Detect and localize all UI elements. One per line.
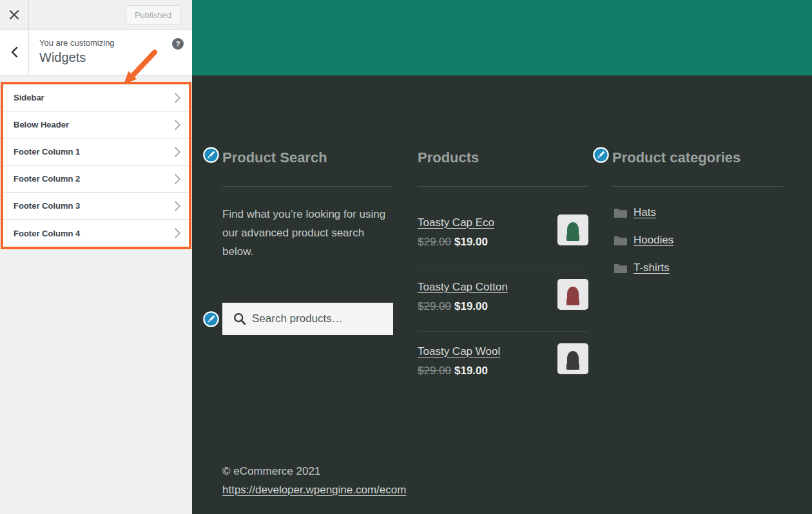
edit-product-search-button[interactable] <box>203 147 219 163</box>
category-link[interactable]: T-shirts <box>633 262 670 274</box>
folder-icon <box>614 263 627 273</box>
category-list: Hats Hoodies T-shirts <box>612 205 783 276</box>
sale-price: $19.00 <box>454 236 488 248</box>
chevron-right-icon <box>173 173 181 185</box>
product-thumbnail[interactable] <box>557 279 588 310</box>
product-search-title: Product Search <box>222 148 393 187</box>
chevron-right-icon <box>173 146 181 158</box>
beanie-cap-image <box>564 285 582 307</box>
regular-price: $29.00 <box>418 365 451 377</box>
widget-area-item-sidebar[interactable]: Sidebar <box>3 84 189 111</box>
copyright-text: © eCommerce 2021 <box>222 462 406 481</box>
product-info: Toasty Cap Eco $29.00$19.00 <box>418 214 494 249</box>
back-button[interactable] <box>0 30 29 75</box>
product-info: Toasty Cap Wool $29.00$19.00 <box>418 343 500 377</box>
product-price: $29.00$19.00 <box>418 236 494 249</box>
widget-area-item-footer-column-2[interactable]: Footer Column 2 <box>3 166 189 193</box>
widget-area-label: Footer Column 2 <box>14 174 80 184</box>
customizing-meta: You are customizing Widgets <box>29 30 115 75</box>
search-products-input[interactable] <box>222 303 393 335</box>
search-icon <box>233 312 246 325</box>
footer-column-1-widget: Product Search Find what you’re looking … <box>222 148 393 335</box>
pencil-edit-icon <box>203 147 219 163</box>
widget-title-text: Product categories <box>612 149 740 166</box>
widget-title-text: Products <box>418 149 479 166</box>
product-link[interactable]: Toasty Cap Cotton <box>418 280 508 294</box>
product-info: Toasty Cap Cotton $29.00$19.00 <box>418 279 508 313</box>
edit-search-form-button[interactable] <box>203 311 219 327</box>
widget-title-text: Product Search <box>222 149 327 166</box>
product-search-description: Find what you’re looking for using our a… <box>222 205 393 261</box>
widget-area-label: Footer Column 3 <box>14 201 80 211</box>
product-price: $29.00$19.00 <box>418 365 500 377</box>
products-title: Products <box>418 148 588 187</box>
widget-area-label: Sidebar <box>14 93 44 102</box>
regular-price: $29.00 <box>418 236 451 248</box>
site-preview: Product Search Find what you’re looking … <box>192 0 812 514</box>
customizer-section-header: You are customizing Widgets ? <box>0 30 192 75</box>
chevron-right-icon <box>173 92 181 104</box>
footer-column-2-widget: Products Toasty Cap Eco $29.00$19.00 <box>418 148 588 395</box>
product-link[interactable]: Toasty Cap Wool <box>418 345 500 359</box>
customizer-panel: Published You are customizing Widgets ? … <box>0 0 192 514</box>
chevron-right-icon <box>173 227 181 239</box>
product-row: Toasty Cap Eco $29.00$19.00 <box>418 214 588 267</box>
published-button[interactable]: Published <box>126 5 180 24</box>
beanie-cap-image <box>564 221 582 243</box>
category-link[interactable]: Hats <box>633 206 656 219</box>
category-item: Hats <box>612 205 783 220</box>
chevron-right-icon <box>173 119 181 131</box>
sale-price: $19.00 <box>454 365 488 377</box>
close-customizer-button[interactable] <box>0 0 29 29</box>
site-header-band <box>192 0 812 75</box>
close-icon <box>10 10 19 19</box>
pencil-edit-icon <box>593 147 609 163</box>
product-price: $29.00$19.00 <box>418 300 508 313</box>
widget-area-label: Footer Column 1 <box>14 147 80 157</box>
edit-product-categories-button[interactable] <box>593 147 609 163</box>
chevron-right-icon <box>173 200 181 212</box>
product-row: Toasty Cap Wool $29.00$19.00 <box>418 343 588 395</box>
widget-area-item-below-header[interactable]: Below Header <box>3 111 189 138</box>
site-footer-credits: © eCommerce 2021 https://developer.wpeng… <box>222 462 406 499</box>
product-thumbnail[interactable] <box>557 343 588 374</box>
customizer-topbar: Published <box>0 0 192 30</box>
widget-area-label: Footer Column 4 <box>14 229 80 238</box>
site-footer-link[interactable]: https://developer.wpengine.com/ecom <box>222 484 406 496</box>
widget-area-item-footer-column-1[interactable]: Footer Column 1 <box>3 138 189 166</box>
chevron-left-icon <box>10 46 19 59</box>
category-item: T-shirts <box>612 260 783 276</box>
beanie-cap-image <box>564 350 582 372</box>
product-search-form <box>222 303 393 335</box>
widget-area-item-footer-column-3[interactable]: Footer Column 3 <box>3 193 189 220</box>
panel-title: Widgets <box>39 50 115 65</box>
regular-price: $29.00 <box>418 300 451 312</box>
widget-area-item-footer-column-4[interactable]: Footer Column 4 <box>3 220 189 247</box>
product-categories-title: Product categories <box>612 148 783 187</box>
sale-price: $19.00 <box>454 300 488 312</box>
widget-area-label: Below Header <box>14 120 69 129</box>
help-button[interactable]: ? <box>172 38 184 50</box>
pencil-edit-icon <box>203 311 219 327</box>
category-item: Hoodies <box>612 233 783 248</box>
category-link[interactable]: Hoodies <box>633 234 673 247</box>
customizing-context-label: You are customizing <box>39 38 115 48</box>
widget-areas-list: Sidebar Below Header Footer Column 1 Foo… <box>1 82 191 249</box>
product-row: Toasty Cap Cotton $29.00$19.00 <box>418 279 588 332</box>
folder-icon <box>614 207 627 218</box>
product-thumbnail[interactable] <box>557 214 588 245</box>
product-link[interactable]: Toasty Cap Eco <box>418 216 494 230</box>
footer-column-3-widget: Product categories Hats Hoodies T-shirts <box>612 148 783 288</box>
folder-icon <box>614 235 627 245</box>
